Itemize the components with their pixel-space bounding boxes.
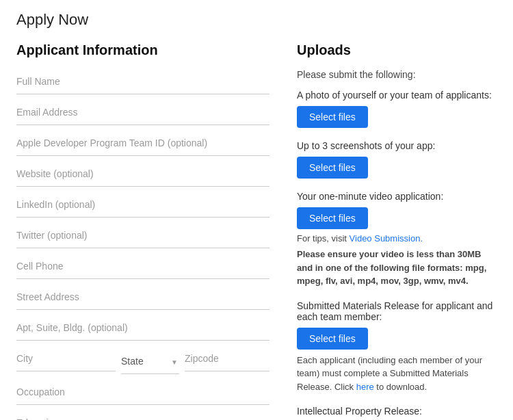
video-upload-label: Your one-minute video application:	[297, 191, 497, 202]
street-address-wrapper	[16, 285, 269, 310]
ip-release-upload-block: Intellectual Property Release: Select fi…	[297, 406, 497, 420]
state-wrapper: State AL AK AZ CA CO NY TX ▼	[121, 349, 179, 374]
zip-wrapper	[185, 346, 269, 374]
linkedin-input[interactable]	[16, 192, 269, 218]
right-column: Uploads Please submit the following: A p…	[297, 42, 497, 420]
video-select-files-button[interactable]: Select files	[297, 207, 368, 229]
website-wrapper	[16, 161, 269, 187]
website-input[interactable]	[16, 161, 269, 187]
city-state-zip-row: State AL AK AZ CA CO NY TX ▼	[16, 346, 269, 374]
screenshots-select-files-button[interactable]: Select files	[297, 157, 368, 179]
occupation-wrapper	[16, 380, 269, 405]
screenshots-upload-label: Up to 3 screenshots of your app:	[297, 140, 497, 151]
twitter-input[interactable]	[16, 223, 269, 248]
apple-team-id-input[interactable]	[16, 131, 269, 156]
full-name-wrapper	[16, 69, 269, 94]
email-wrapper	[16, 100, 269, 125]
twitter-wrapper	[16, 223, 269, 248]
apple-team-id-wrapper	[16, 131, 269, 156]
cell-phone-wrapper	[16, 254, 269, 279]
ip-release-label: Intellectual Property Release:	[297, 406, 497, 417]
applicant-info-title: Applicant Information	[16, 42, 269, 58]
city-input[interactable]	[16, 346, 116, 371]
uploads-subtitle: Please submit the following:	[297, 69, 497, 80]
materials-release-select-files-button[interactable]: Select files	[297, 328, 368, 350]
photo-select-files-button[interactable]: Select files	[297, 106, 368, 128]
state-select[interactable]: State AL AK AZ CA CO NY TX	[121, 349, 179, 374]
video-upload-block: Your one-minute video application: Selec…	[297, 191, 497, 288]
left-column: Applicant Information	[16, 42, 269, 420]
cell-phone-input[interactable]	[16, 254, 269, 279]
video-tip-note: For tips, visit Video Submission.	[297, 233, 497, 244]
page-title: Apply Now	[16, 11, 497, 29]
video-submission-link[interactable]: Video Submission.	[350, 233, 423, 244]
zip-input[interactable]	[185, 346, 269, 371]
screenshots-upload-block: Up to 3 screenshots of your app: Select …	[297, 140, 497, 179]
uploads-title: Uploads	[297, 42, 497, 58]
materials-release-upload-block: Submitted Materials Release for applican…	[297, 300, 497, 394]
materials-release-download-link[interactable]: here	[356, 382, 374, 392]
full-name-input[interactable]	[16, 69, 269, 94]
apt-wrapper	[16, 315, 269, 341]
street-address-input[interactable]	[16, 285, 269, 310]
photo-upload-label: A photo of yourself or your team of appl…	[297, 90, 497, 101]
education-select[interactable]: Education High School Some College Bache…	[16, 410, 269, 420]
video-format-note: Please ensure your video is less than 30…	[297, 248, 497, 288]
apt-input[interactable]	[16, 315, 269, 341]
linkedin-wrapper	[16, 192, 269, 218]
materials-release-info: Each applicant (including each member of…	[297, 354, 497, 394]
materials-release-label: Submitted Materials Release for applican…	[297, 300, 497, 322]
occupation-input[interactable]	[16, 380, 269, 405]
email-input[interactable]	[16, 100, 269, 125]
photo-upload-block: A photo of yourself or your team of appl…	[297, 90, 497, 128]
education-wrapper: Education High School Some College Bache…	[16, 410, 269, 420]
city-wrapper	[16, 346, 116, 374]
